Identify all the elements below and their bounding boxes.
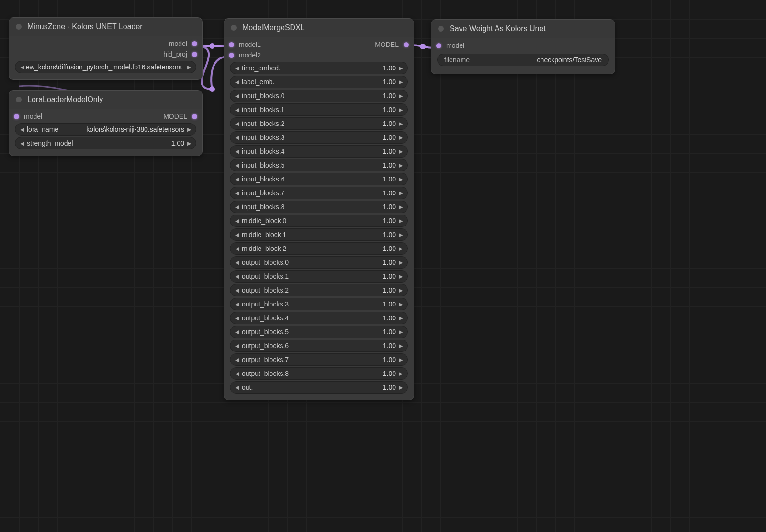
arrow-left-icon[interactable]: ◀	[235, 135, 239, 141]
arrow-right-icon[interactable]: ▶	[399, 273, 403, 280]
arrow-left-icon[interactable]: ◀	[235, 343, 239, 349]
widget-merge-param[interactable]: ◀time_embed.1.00▶	[230, 62, 408, 74]
output-port-model[interactable]: MODEL	[160, 113, 197, 120]
arrow-right-icon[interactable]: ▶	[399, 287, 403, 294]
node-unet-loader[interactable]: MinusZone - Kolors UNET Loader model hid…	[9, 17, 203, 80]
arrow-right-icon[interactable]: ▶	[399, 301, 403, 307]
node-lora-loader[interactable]: LoraLoaderModelOnly model MODEL ◀ lora_n…	[9, 90, 203, 156]
arrow-right-icon[interactable]: ▶	[399, 343, 403, 349]
port-dot-icon[interactable]	[192, 41, 197, 46]
arrow-right-icon[interactable]: ▶	[399, 260, 403, 266]
output-port-hid-proj[interactable]: hid_proj	[9, 49, 202, 59]
arrow-left-icon[interactable]: ◀	[235, 148, 239, 155]
arrow-right-icon[interactable]: ▶	[399, 371, 403, 377]
output-port-model[interactable]: model	[9, 38, 202, 49]
widget-filename[interactable]: filename checkpoints/TestSave	[437, 54, 609, 66]
arrow-right-icon[interactable]: ▶	[187, 126, 191, 133]
widget-merge-param[interactable]: ◀input_blocks.31.00▶	[230, 131, 408, 144]
widget-merge-param[interactable]: ◀output_blocks.01.00▶	[230, 256, 408, 269]
widget-merge-param[interactable]: ◀input_blocks.81.00▶	[230, 201, 408, 213]
arrow-left-icon[interactable]: ◀	[235, 315, 239, 321]
input-port-model1[interactable]: model1	[229, 41, 264, 48]
widget-merge-param[interactable]: ◀output_blocks.41.00▶	[230, 312, 408, 324]
arrow-right-icon[interactable]: ▶	[399, 107, 403, 113]
widget-merge-param[interactable]: ◀input_blocks.21.00▶	[230, 117, 408, 130]
collapse-icon[interactable]	[438, 26, 444, 32]
arrow-left-icon[interactable]: ◀	[235, 371, 239, 377]
node-save-weight[interactable]: Save Weight As Kolors Unet model filenam…	[431, 19, 615, 74]
arrow-right-icon[interactable]: ▶	[399, 93, 403, 99]
widget-merge-param[interactable]: ◀input_blocks.71.00▶	[230, 187, 408, 199]
arrow-left-icon[interactable]: ◀	[235, 232, 239, 238]
collapse-icon[interactable]	[16, 97, 22, 102]
arrow-right-icon[interactable]: ▶	[399, 65, 403, 71]
input-port-model[interactable]: model	[14, 113, 45, 120]
arrow-left-icon[interactable]: ◀	[20, 140, 24, 147]
node-model-merge-sdxl[interactable]: ModelMergeSDXL model1 MODEL model2 ◀time…	[224, 18, 414, 400]
arrow-left-icon[interactable]: ◀	[235, 79, 239, 85]
collapse-icon[interactable]	[16, 24, 22, 30]
arrow-right-icon[interactable]: ▶	[187, 140, 191, 147]
arrow-left-icon[interactable]: ◀	[20, 64, 24, 70]
arrow-left-icon[interactable]: ◀	[235, 162, 239, 169]
node-header[interactable]: LoraLoaderModelOnly	[9, 91, 202, 109]
arrow-left-icon[interactable]: ◀	[235, 176, 239, 182]
arrow-right-icon[interactable]: ▶	[399, 176, 403, 182]
arrow-left-icon[interactable]: ◀	[235, 301, 239, 307]
arrow-right-icon[interactable]: ▶	[399, 135, 403, 141]
arrow-left-icon[interactable]: ◀	[235, 287, 239, 294]
arrow-right-icon[interactable]: ▶	[399, 246, 403, 252]
widget-merge-param[interactable]: ◀out.1.00▶	[230, 381, 408, 394]
widget-merge-param[interactable]: ◀output_blocks.21.00▶	[230, 284, 408, 296]
arrow-left-icon[interactable]: ◀	[235, 260, 239, 266]
arrow-right-icon[interactable]: ▶	[399, 385, 403, 391]
arrow-left-icon[interactable]: ◀	[235, 357, 239, 363]
widget-merge-param[interactable]: ◀middle_block.11.00▶	[230, 228, 408, 241]
arrow-right-icon[interactable]: ▶	[399, 190, 403, 196]
widget-merge-param[interactable]: ◀input_blocks.41.00▶	[230, 145, 408, 158]
widget-merge-param[interactable]: ◀input_blocks.11.00▶	[230, 103, 408, 116]
arrow-right-icon[interactable]: ▶	[187, 64, 191, 70]
output-port-model[interactable]: MODEL	[372, 41, 409, 48]
widget-merge-param[interactable]: ◀output_blocks.61.00▶	[230, 340, 408, 352]
port-dot-icon[interactable]	[436, 43, 441, 48]
arrow-left-icon[interactable]: ◀	[235, 107, 239, 113]
arrow-left-icon[interactable]: ◀	[235, 121, 239, 127]
arrow-right-icon[interactable]: ▶	[399, 329, 403, 335]
arrow-right-icon[interactable]: ▶	[399, 121, 403, 127]
arrow-left-icon[interactable]: ◀	[235, 246, 239, 252]
collapse-icon[interactable]	[231, 25, 237, 31]
node-header[interactable]: MinusZone - Kolors UNET Loader	[9, 18, 202, 36]
widget-merge-param[interactable]: ◀middle_block.21.00▶	[230, 242, 408, 255]
port-dot-icon[interactable]	[192, 114, 197, 119]
arrow-left-icon[interactable]: ◀	[235, 204, 239, 210]
arrow-right-icon[interactable]: ▶	[399, 232, 403, 238]
arrow-right-icon[interactable]: ▶	[399, 357, 403, 363]
widget-lora-name[interactable]: ◀ lora_name kolors\kolors-niji-380.safet…	[15, 123, 196, 136]
port-dot-icon[interactable]	[229, 42, 234, 47]
arrow-left-icon[interactable]: ◀	[235, 93, 239, 99]
arrow-right-icon[interactable]: ▶	[399, 148, 403, 155]
node-header[interactable]: Save Weight As Kolors Unet	[431, 20, 615, 38]
widget-merge-param[interactable]: ◀input_blocks.01.00▶	[230, 90, 408, 102]
widget-merge-param[interactable]: ◀input_blocks.61.00▶	[230, 173, 408, 185]
widget-merge-param[interactable]: ◀output_blocks.81.00▶	[230, 367, 408, 380]
widget-merge-param[interactable]: ◀output_blocks.31.00▶	[230, 298, 408, 310]
port-dot-icon[interactable]	[192, 52, 197, 57]
input-port-model2[interactable]: model2	[224, 50, 414, 60]
arrow-left-icon[interactable]: ◀	[235, 273, 239, 280]
port-dot-icon[interactable]	[404, 42, 409, 47]
widget-merge-param[interactable]: ◀input_blocks.51.00▶	[230, 159, 408, 171]
node-header[interactable]: ModelMergeSDXL	[224, 19, 414, 37]
widget-merge-param[interactable]: ◀output_blocks.51.00▶	[230, 326, 408, 338]
widget-merge-param[interactable]: ◀output_blocks.71.00▶	[230, 353, 408, 366]
port-dot-icon[interactable]	[229, 53, 234, 58]
arrow-right-icon[interactable]: ▶	[399, 218, 403, 224]
input-port-model[interactable]: model	[431, 40, 615, 51]
arrow-left-icon[interactable]: ◀	[235, 190, 239, 196]
widget-merge-param[interactable]: ◀middle_block.01.00▶	[230, 215, 408, 227]
arrow-right-icon[interactable]: ▶	[399, 315, 403, 321]
widget-model-file[interactable]: ◀ ew_kolors\diffusion_pytorch_model.fp16…	[15, 61, 196, 73]
arrow-left-icon[interactable]: ◀	[235, 385, 239, 391]
widget-strength-model[interactable]: ◀ strength_model 1.00 ▶	[15, 137, 196, 149]
